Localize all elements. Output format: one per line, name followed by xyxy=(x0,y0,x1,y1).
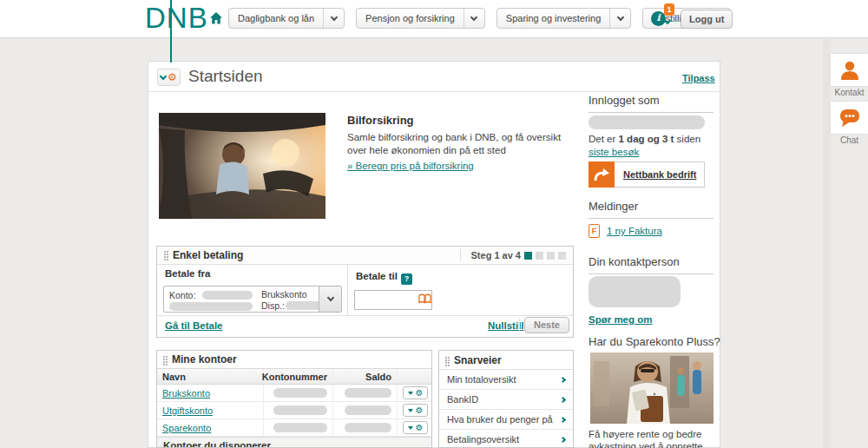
account-link[interactable]: Brukskonto xyxy=(162,388,210,399)
divider xyxy=(157,315,573,316)
contact-label: Kontakt xyxy=(831,88,868,97)
shortcut-label: Hva bruker du penger på xyxy=(447,414,553,425)
gear-icon: ⚙ xyxy=(416,389,424,398)
gear-icon: ⚙ xyxy=(416,424,424,432)
invoice-link[interactable]: 1 ny Faktura xyxy=(607,226,662,236)
chevron-right-icon xyxy=(560,436,566,442)
next-button[interactable]: Neste xyxy=(524,317,569,333)
account-actions-button[interactable]: ⚙ xyxy=(403,386,428,399)
account-link[interactable]: Utgiftskonto xyxy=(162,405,213,416)
redacted-balance xyxy=(345,405,391,415)
account-actions-button[interactable]: ⚙ xyxy=(403,421,428,434)
shortcut-bankid[interactable]: BankID xyxy=(439,390,573,410)
from-account-select[interactable]: Konto: Brukskonto Disp.: xyxy=(163,286,342,313)
divider xyxy=(460,249,461,261)
chevron-right-icon xyxy=(560,416,566,422)
step-text: Steg 1 av 4 xyxy=(471,250,521,260)
dnb-netbank-page: DNB Dagligbank og lån Pensjon og forsikr… xyxy=(0,0,868,448)
shortcut-label: BankID xyxy=(447,394,478,405)
nav-pensjon[interactable]: Pensjon og forsikring xyxy=(356,8,485,29)
drag-handle-icon[interactable] xyxy=(164,251,166,253)
divider xyxy=(519,319,520,332)
dnb-logo: DNB xyxy=(145,2,208,35)
accounts-title: Mine kontoer xyxy=(172,353,237,366)
step-square-4 xyxy=(558,252,566,260)
invoice-row: F 1 ny Faktura xyxy=(589,224,662,238)
last-visit-text: Det er 1 dag og 3 t siden siste besøk xyxy=(589,133,717,159)
business-netbank-button[interactable]: Nettbank bedrift xyxy=(589,161,705,188)
account-link[interactable]: Sparekonto xyxy=(162,423,211,433)
business-netbank-label: Nettbank bedrift xyxy=(623,169,696,180)
divider xyxy=(347,265,348,315)
gear-icon: ⚙ xyxy=(168,72,177,82)
go-to-betale-link[interactable]: Gå til Betale xyxy=(165,320,222,331)
redacted-balance xyxy=(345,423,391,432)
my-accounts-panel: Mine kontoer Navn Kontonummer Saldo Bruk… xyxy=(156,350,432,448)
chat-button[interactable] xyxy=(831,102,868,134)
shortcuts-title: Snarveier xyxy=(454,354,502,366)
divider xyxy=(148,91,720,92)
chevron-down-icon[interactable] xyxy=(610,9,630,28)
promo-link[interactable]: » Beregn pris på bilforsikring xyxy=(347,161,474,171)
redacted-contact-person xyxy=(589,276,681,307)
logout-button[interactable]: Logg ut xyxy=(681,10,733,29)
drag-handle-icon[interactable] xyxy=(445,357,447,359)
visit-duration: 1 dag og 3 t xyxy=(619,134,674,144)
col-saldo: Saldo xyxy=(332,369,397,384)
notification-badge: 1 xyxy=(664,3,674,16)
chevron-down-icon[interactable] xyxy=(319,287,341,312)
savings-promo-photo xyxy=(590,352,713,424)
payment-title: Enkel betaling xyxy=(173,249,243,261)
chat-label: Chat xyxy=(831,135,868,145)
drag-handle-icon[interactable] xyxy=(163,356,165,358)
shortcut-betalingsoversikt[interactable]: Betalingsoversikt xyxy=(439,430,573,448)
step-indicator: Steg 1 av 4 xyxy=(460,249,566,261)
pay-from-label: Betale fra xyxy=(165,268,210,279)
car-insurance-photo xyxy=(159,113,326,219)
shortcut-totaloversikt[interactable]: Min totaloversikt xyxy=(439,370,573,390)
dnb-brand-line xyxy=(170,0,172,63)
payment-header: Enkel betaling Steg 1 av 4 xyxy=(157,247,573,265)
step-square-1 xyxy=(524,252,532,260)
step-square-2 xyxy=(536,252,543,260)
shortcuts-panel: Snarveier Min totaloversikt BankID Hva b… xyxy=(438,350,574,448)
page-title: Startsiden xyxy=(188,67,263,86)
chevron-down-icon[interactable] xyxy=(464,9,484,28)
chevron-down-icon xyxy=(408,392,413,395)
shortcut-label: Betalingsoversikt xyxy=(447,434,519,445)
col-actions xyxy=(397,369,431,384)
chevron-right-icon xyxy=(560,376,566,382)
contact-button[interactable] xyxy=(831,54,868,86)
promo-title: Bilforsikring xyxy=(347,114,414,127)
chevron-down-icon[interactable] xyxy=(324,9,344,28)
nav-sparing[interactable]: Sparing og investering xyxy=(496,8,631,29)
person-icon xyxy=(838,59,861,82)
accounts-table-head: Navn Kontonummer Saldo xyxy=(157,368,431,385)
pay-to-label: Betale til xyxy=(356,271,398,281)
invoice-icon: F xyxy=(589,224,600,238)
customize-link[interactable]: Tilpass xyxy=(682,73,715,83)
page-settings-button[interactable]: ⚙ xyxy=(157,69,181,86)
chevron-down-icon xyxy=(408,426,413,430)
edge-strip xyxy=(823,39,830,448)
accounts-footer: Kontoer du disponerer xyxy=(157,437,431,448)
account-actions-button[interactable]: ⚙ xyxy=(403,404,428,417)
nav-label: Dagligbank og lån xyxy=(229,9,323,28)
chat-icon xyxy=(838,108,861,128)
business-arrow-icon xyxy=(589,161,615,188)
nav-dagligbank[interactable]: Dagligbank og lån xyxy=(228,8,345,29)
ask-me-link[interactable]: Spør meg om xyxy=(589,314,652,325)
home-icon[interactable] xyxy=(209,11,223,25)
chevron-right-icon xyxy=(560,396,566,402)
help-icon[interactable]: ? xyxy=(401,273,412,285)
messages-heading: Meldinger xyxy=(589,200,713,219)
shortcut-pengebruk[interactable]: Hva bruker du penger på xyxy=(439,410,573,430)
promo-body: Samle bilforsikring og bank i DNB, og få… xyxy=(347,131,580,157)
konto-label: Konto: xyxy=(169,290,195,300)
address-book-icon[interactable] xyxy=(418,293,431,305)
redacted-account-number xyxy=(273,388,327,398)
last-visit-link[interactable]: siste besøk xyxy=(589,147,639,157)
redacted-account-number xyxy=(202,291,253,300)
logged-in-heading: Innlogget som xyxy=(589,94,713,113)
savings-promo-text: Få høyere rente og bedre avkastning ved … xyxy=(589,428,720,448)
